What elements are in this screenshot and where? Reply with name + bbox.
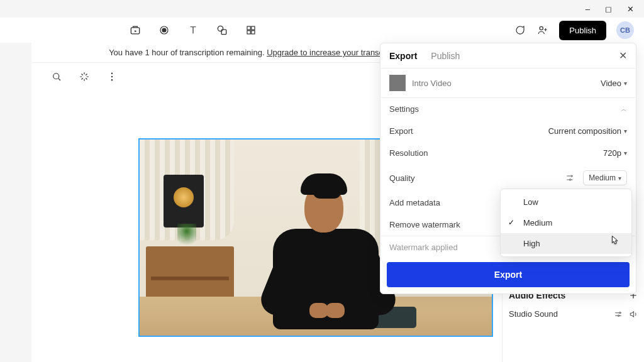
ai-sparkle-icon[interactable] [78, 70, 91, 83]
svg-point-11 [111, 73, 113, 74]
quality-select[interactable]: Medium▾ [583, 170, 627, 185]
svg-rect-7 [247, 31, 250, 34]
settings-header[interactable]: Settings [389, 104, 419, 114]
svg-rect-8 [252, 31, 255, 34]
cursor-icon [608, 234, 620, 248]
comments-icon[interactable] [514, 24, 526, 36]
quality-label: Quality [389, 173, 414, 183]
quality-option-low[interactable]: Low [501, 192, 631, 212]
svg-point-16 [571, 175, 572, 177]
project-thumbnail [389, 75, 406, 91]
svg-point-2 [162, 28, 166, 32]
quality-advanced-icon[interactable] [565, 173, 574, 182]
project-title: Intro Video [412, 79, 452, 88]
media-tool-icon[interactable] [129, 24, 142, 36]
resolution-label: Resolution [389, 148, 428, 158]
invite-icon[interactable] [536, 24, 549, 36]
export-button[interactable]: Export [387, 262, 630, 287]
search-icon[interactable] [50, 70, 63, 83]
svg-point-15 [618, 315, 619, 316]
svg-rect-5 [247, 26, 250, 30]
more-menu-icon[interactable] [106, 70, 118, 83]
text-tool-icon[interactable] [187, 24, 199, 36]
studio-sound-volume-icon[interactable] [629, 310, 638, 319]
record-tool-icon[interactable] [158, 24, 170, 36]
top-toolbar: Publish CB [0, 18, 644, 43]
quality-option-medium[interactable]: Medium [501, 212, 631, 233]
window-maximize-icon[interactable]: ◻ [605, 4, 612, 14]
window-minimize-icon[interactable]: – [586, 4, 590, 14]
svg-rect-6 [252, 26, 255, 30]
resolution-select[interactable]: 720p▾ [603, 148, 627, 158]
svg-point-13 [111, 79, 113, 80]
watermark-applied-label: Watermark applied [389, 243, 458, 252]
remove-watermark-label[interactable]: Remove watermark [389, 220, 460, 229]
notice-text: You have 1 hour of transcription remaini… [109, 48, 267, 57]
close-export-icon[interactable]: ✕ [619, 50, 627, 62]
svg-point-10 [53, 74, 59, 79]
templates-tool-icon[interactable] [245, 24, 257, 36]
svg-point-14 [619, 312, 621, 313]
format-select[interactable]: Video▾ [601, 79, 627, 88]
svg-point-9 [540, 26, 543, 30]
publish-button[interactable]: Publish [559, 21, 606, 40]
export-scope-label: Export [389, 126, 413, 136]
studio-sound-settings-icon[interactable] [614, 310, 623, 319]
svg-point-3 [218, 26, 223, 31]
settings-collapse-icon[interactable]: ︿ [621, 105, 627, 114]
svg-point-17 [570, 179, 571, 180]
export-scope-select[interactable]: Current composition▾ [548, 126, 627, 136]
user-avatar[interactable]: CB [616, 21, 634, 39]
export-tab[interactable]: Export [389, 51, 417, 61]
publish-tab[interactable]: Publish [431, 51, 460, 61]
studio-sound-label: Studio Sound [509, 309, 558, 319]
window-close-icon[interactable]: ✕ [627, 4, 634, 14]
shapes-tool-icon[interactable] [216, 24, 228, 36]
add-metadata-label[interactable]: Add metadata [389, 198, 440, 207]
svg-point-12 [111, 76, 113, 77]
